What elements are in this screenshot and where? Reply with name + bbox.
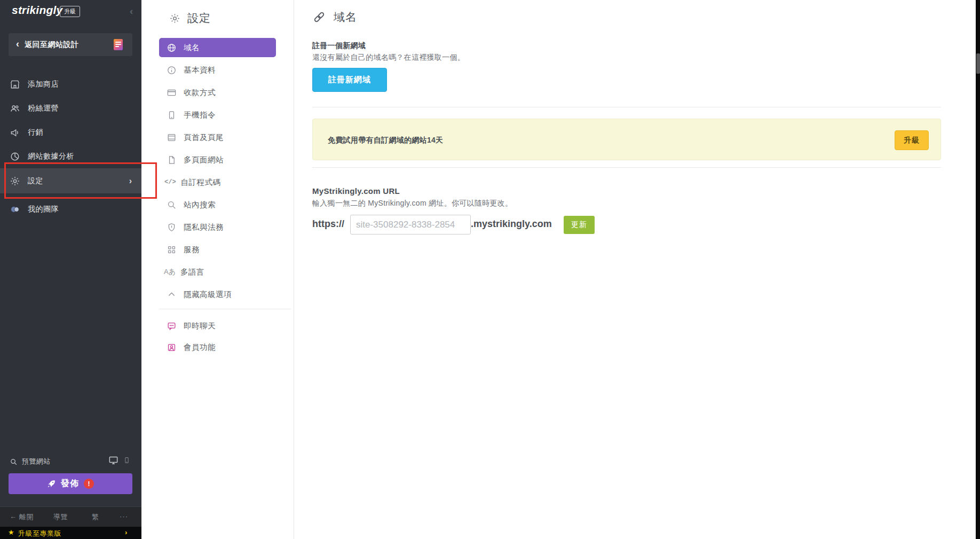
search-icon [10,458,18,466]
section-divider [312,167,941,168]
settings-item-payment[interactable]: 收款方式 [159,83,276,102]
sidebar-item-settings[interactable]: 設定 › [0,168,141,193]
collapse-sidebar-icon[interactable]: ‹ [130,5,133,17]
chevron-up-icon [167,290,177,300]
settings-item-multi-language[interactable]: Aあ 多語言 [159,262,276,282]
settings-item-label: 基本資料 [184,65,216,75]
language-toggle[interactable]: 繁 [92,512,99,522]
upgrade-to-pro-bar[interactable]: ★ 升級至專業版 › [0,527,141,539]
publish-alert-badge: ! [84,479,94,489]
register-new-domain-button[interactable]: 註冊新網域 [312,68,387,92]
shield-icon [167,222,177,232]
language-icon: Aあ [164,267,176,277]
settings-item-services[interactable]: 服務 [159,240,276,259]
publish-button[interactable]: 發佈 ! [9,473,132,494]
sidebar-item-fans[interactable]: 粉絲運營 [0,96,141,120]
upgrade-badge[interactable]: 升級 [60,6,80,17]
settings-item-label: 隱藏高級選項 [184,290,232,300]
settings-item-label: 域名 [184,43,200,53]
settings-item-privacy-legal[interactable]: 隱私與法務 [159,217,276,237]
chevron-right-icon: › [125,528,127,536]
settings-item-header-footer[interactable]: 頁首及頁尾 [159,128,276,147]
back-button-label: 返回至網站設計 [25,40,79,50]
exit-button[interactable]: 離開 [19,512,34,522]
settings-item-label: 站內搜索 [184,200,216,210]
smartphone-icon [167,110,177,120]
sidebar-item-label: 添加商店 [28,80,59,89]
code-icon: </> [164,178,176,186]
page-title-text: 域名 [334,10,357,25]
chat-bubble-icon [167,321,177,331]
tour-button[interactable]: 導覽 [53,512,68,522]
store-icon [10,79,20,90]
settings-menu-divider [159,309,291,309]
team-avatars-icon [10,204,20,215]
back-to-site-editor-button[interactable]: ‹ 返回至網站設計 [9,33,132,56]
desktop-preview-icon[interactable] [108,455,119,465]
panel-divider [294,0,294,539]
header-footer-icon [167,132,177,143]
strikingly-logo: strikingly [12,4,62,17]
upgrade-pro-label: 升級至專業版 [18,529,61,538]
info-icon [167,65,177,75]
settings-item-basic-info[interactable]: 基本資料 [159,60,276,80]
sidebar-item-label: 網站數據分析 [28,152,74,161]
trial-upgrade-button[interactable]: 升級 [895,130,929,150]
analytics-pie-icon [10,151,20,162]
update-url-button[interactable]: 更新 [564,216,595,234]
sidebar-item-label: 設定 [28,176,43,186]
sidebar-item-add-store[interactable]: 添加商店 [0,72,141,96]
settings-item-custom-code[interactable]: </> 自訂程式碼 [159,173,276,192]
settings-item-live-chat[interactable]: 即時聊天 [159,316,276,335]
settings-item-label: 多頁面網站 [184,155,224,165]
megaphone-icon [10,127,20,138]
more-options-icon[interactable]: ··· [120,512,128,520]
url-section-desc: 輸入獨一無二的 MyStrikingly.com 網址。你可以隨時更改。 [312,199,512,208]
settings-item-label: 收款方式 [184,88,216,98]
settings-item-hide-advanced[interactable]: 隱藏高級選項 [159,285,276,304]
sidebar-item-my-team[interactable]: 我的團隊 [0,197,141,221]
settings-item-label: 隱私與法務 [184,222,224,232]
sidebar-footer: ← 離開 導覽 繁 ··· [0,506,141,527]
sidebar-item-label: 我的團隊 [28,205,59,214]
sidebar-item-label: 粉絲運營 [28,104,59,113]
register-domain-heading: 註冊一個新網域 [312,41,366,51]
site-url-input[interactable] [350,215,471,235]
star-icon: ★ [8,528,14,536]
settings-panel-title: 設定 [187,11,211,26]
url-section-heading: MyStrikingly.com URL [312,186,400,196]
preview-site-button[interactable]: 預覽網站 [0,456,141,467]
mobile-preview-icon[interactable] [123,456,130,465]
gear-icon [169,13,180,24]
gear-icon [10,176,20,186]
url-suffix-label: .mystrikingly.com [471,218,552,230]
settings-item-label: 自訂程式碼 [181,177,221,188]
settings-item-multi-page[interactable]: 多頁面網站 [159,150,276,169]
settings-item-domain[interactable]: 域名 [159,38,276,57]
sidebar-item-marketing[interactable]: 行銷 [0,120,141,144]
trial-banner: 免費試用帶有自訂網域的網站14天 升級 [312,119,941,160]
search-icon [167,200,177,210]
url-prefix-label: https:// [312,218,344,230]
publish-label: 發佈 [61,478,79,489]
settings-item-label: 手機指令 [184,110,216,120]
settings-item-mobile-actions[interactable]: 手機指令 [159,105,276,124]
section-divider [312,107,941,107]
credit-card-icon [167,88,177,98]
link-icon [312,10,326,24]
settings-item-site-search[interactable]: 站內搜索 [159,195,276,214]
preview-label: 預覽網站 [22,457,51,466]
side-strip-tab[interactable] [976,53,980,74]
page-icon [167,155,177,165]
settings-item-label: 頁首及頁尾 [184,132,224,143]
trial-banner-text: 免費試用帶有自訂網域的網站14天 [328,136,443,145]
site-document-icon [114,39,123,50]
page-title: 域名 [312,10,357,25]
settings-item-membership[interactable]: 會員功能 [159,338,276,357]
browser-side-strip [976,0,980,539]
fans-icon [10,103,20,114]
exit-arrow-icon: ← [10,512,17,520]
sidebar-item-analytics[interactable]: 網站數據分析 [0,144,141,168]
settings-item-label: 多語言 [180,267,204,277]
grid-icon [167,245,177,255]
